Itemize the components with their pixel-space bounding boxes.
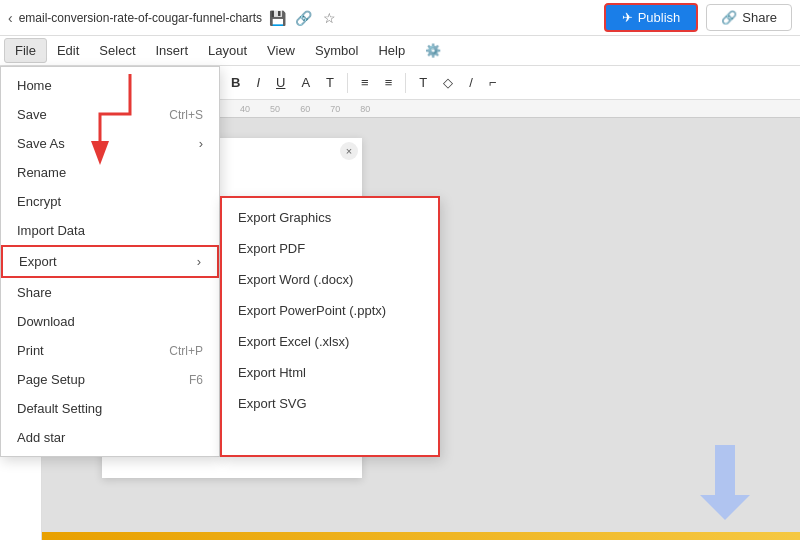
- line-button[interactable]: /: [463, 72, 479, 93]
- menu-layout[interactable]: Layout: [198, 39, 257, 62]
- export-excel[interactable]: Export Excel (.xlsx): [222, 326, 438, 357]
- menu-item-save[interactable]: Save Ctrl+S: [1, 100, 219, 129]
- link-icon[interactable]: 🔗: [294, 9, 312, 27]
- menu-view[interactable]: View: [257, 39, 305, 62]
- publish-button[interactable]: ✈ Publish: [604, 3, 699, 32]
- publish-icon: ✈: [622, 10, 633, 25]
- back-arrow[interactable]: ‹: [8, 10, 13, 26]
- title-bar-left: ‹ email-conversion-rate-of-cougar-funnel…: [8, 9, 596, 27]
- export-arrow: ›: [197, 254, 201, 269]
- menu-item-rename[interactable]: Rename: [1, 158, 219, 187]
- document-title: email-conversion-rate-of-cougar-funnel-c…: [19, 11, 262, 25]
- file-menu: Home Save Ctrl+S Save As › Rename Encryp…: [0, 66, 220, 457]
- save-as-arrow: ›: [199, 136, 203, 151]
- export-graphics[interactable]: Export Graphics: [222, 202, 438, 233]
- menu-item-import-data[interactable]: Import Data: [1, 216, 219, 245]
- menu-select[interactable]: Select: [89, 39, 145, 62]
- menu-item-download[interactable]: Download: [1, 307, 219, 336]
- menu-bar: File Edit Select Insert Layout View Symb…: [0, 36, 800, 66]
- title-bar-right: ✈ Publish 🔗 Share: [604, 3, 792, 32]
- export-svg[interactable]: Export SVG: [222, 388, 438, 419]
- menu-item-encrypt[interactable]: Encrypt: [1, 187, 219, 216]
- menu-item-print[interactable]: Print Ctrl+P: [1, 336, 219, 365]
- file-dropdown-overlay: Home Save Ctrl+S Save As › Rename Encryp…: [0, 66, 440, 457]
- title-bar-icons: 💾 🔗 ☆: [268, 9, 338, 27]
- menu-symbol[interactable]: Symbol: [305, 39, 368, 62]
- menu-item-default-setting[interactable]: Default Setting: [1, 394, 219, 423]
- star-icon[interactable]: ☆: [320, 9, 338, 27]
- special-button[interactable]: ⌐: [483, 72, 503, 93]
- shape-button[interactable]: ◇: [437, 72, 459, 93]
- title-bar: ‹ email-conversion-rate-of-cougar-funnel…: [0, 0, 800, 36]
- menu-insert[interactable]: Insert: [146, 39, 199, 62]
- menu-settings[interactable]: ⚙️: [415, 39, 451, 62]
- export-powerpoint[interactable]: Export PowerPoint (.pptx): [222, 295, 438, 326]
- menu-item-add-star[interactable]: Add star: [1, 423, 219, 452]
- menu-item-share[interactable]: Share: [1, 278, 219, 307]
- save-icon[interactable]: 💾: [268, 9, 286, 27]
- menu-item-export[interactable]: Export ›: [1, 245, 219, 278]
- menu-item-home[interactable]: Home: [1, 71, 219, 100]
- arrow-down-indicator: [700, 445, 750, 520]
- share-icon: 🔗: [721, 10, 737, 25]
- menu-item-page-setup[interactable]: Page Setup F6: [1, 365, 219, 394]
- menu-file[interactable]: File: [4, 38, 47, 63]
- export-word[interactable]: Export Word (.docx): [222, 264, 438, 295]
- export-submenu: Export Graphics Export PDF Export Word (…: [220, 196, 440, 457]
- menu-item-save-as[interactable]: Save As ›: [1, 129, 219, 158]
- gold-line: [42, 532, 800, 540]
- export-pdf[interactable]: Export PDF: [222, 233, 438, 264]
- export-html[interactable]: Export Html: [222, 357, 438, 388]
- menu-edit[interactable]: Edit: [47, 39, 89, 62]
- share-button[interactable]: 🔗 Share: [706, 4, 792, 31]
- menu-help[interactable]: Help: [368, 39, 415, 62]
